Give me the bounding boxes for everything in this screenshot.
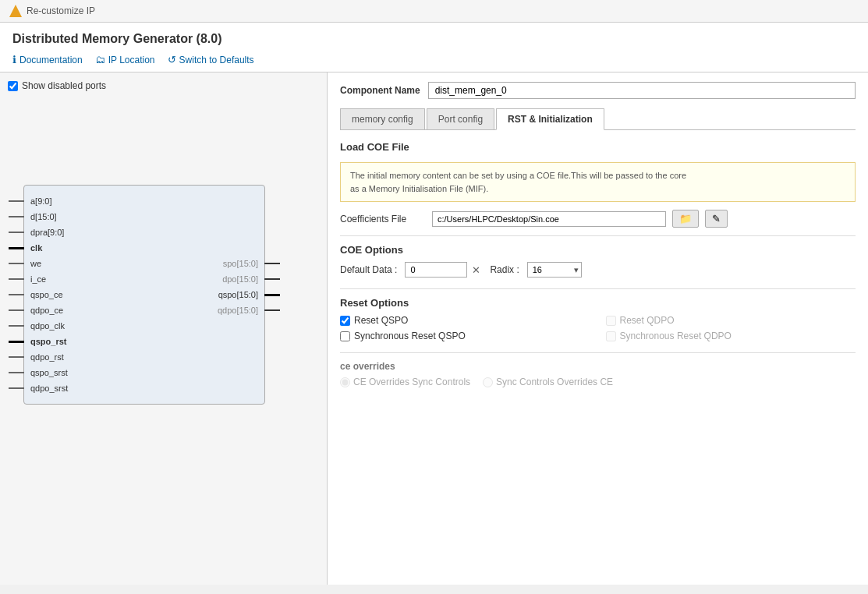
- port-left: i_ce: [24, 274, 144, 284]
- coe-options-title: COE Options: [340, 244, 856, 256]
- port-line: [9, 263, 24, 264]
- sync-reset-qdpo-label: Synchronous Reset QDPO: [620, 331, 732, 341]
- brand-icon: [9, 5, 22, 17]
- component-name-input[interactable]: [428, 82, 856, 99]
- page-title: Distributed Memory Generator (8.0): [12, 32, 856, 46]
- sync-reset-qdpo-row: Synchronous Reset QDPO: [606, 331, 856, 341]
- ip-location-label: IP Location: [108, 55, 155, 65]
- radix-label: Radix :: [490, 264, 519, 275]
- port-line: [9, 216, 24, 217]
- topbar-title: Re-customize IP: [27, 5, 95, 16]
- port-row: qdpo_srst: [24, 380, 264, 396]
- port-label: a[9:0]: [30, 196, 52, 206]
- port-line-right: [264, 263, 280, 264]
- port-right: qspo[15:0]: [144, 290, 264, 299]
- ce-overrides-sync-label: CE Overrides Sync Controls: [353, 377, 470, 387]
- show-disabled-row: Show disabled ports: [8, 80, 319, 91]
- port-row: qspo_rst: [24, 334, 264, 349]
- documentation-label: Documentation: [19, 55, 83, 65]
- tab-rst-init[interactable]: RST & Initialization: [496, 108, 604, 130]
- reset-qdpo-label: Reset QDPO: [620, 315, 675, 326]
- show-disabled-checkbox[interactable]: [8, 81, 18, 91]
- folder-icon: 🗂: [95, 54, 105, 65]
- port-row: qdpo_ce qdpo[15:0]: [24, 302, 264, 318]
- info-line2: as a Memory Initialisation File (MIF).: [350, 184, 488, 193]
- sync-overrides-ce-radio: [483, 377, 493, 387]
- sync-reset-qdpo-checkbox: [606, 331, 616, 341]
- tab-memory-config[interactable]: memory config: [340, 108, 425, 129]
- coeff-file-row: Coefficients File 📁 ✎: [340, 210, 856, 228]
- port-left: qspo_rst: [24, 337, 149, 346]
- port-left: clk: [24, 243, 149, 253]
- port-label: qdpo_ce: [30, 306, 63, 315]
- port-row: dpra[9:0]: [24, 225, 264, 240]
- port-left: d[15:0]: [24, 212, 149, 221]
- port-right: qdpo[15:0]: [144, 306, 264, 315]
- port-row: qspo_srst: [24, 365, 264, 380]
- documentation-link[interactable]: ℹ Documentation: [12, 54, 83, 65]
- port-row: we spo[15:0]: [24, 256, 264, 271]
- port-row: qdpo_clk: [24, 318, 264, 334]
- radix-select[interactable]: 2 10 16: [527, 262, 582, 278]
- port-line-right: [264, 294, 280, 296]
- port-line: [9, 341, 24, 343]
- port-label-right: spo[15:0]: [223, 259, 258, 268]
- coeff-file-input[interactable]: [432, 211, 666, 227]
- port-label: qspo_ce: [30, 290, 63, 299]
- sync-reset-qspo-checkbox[interactable]: [340, 331, 350, 341]
- port-left: qspo_ce: [24, 290, 144, 299]
- info-line1: The initial memory content can be set by…: [350, 171, 686, 180]
- port-line: [9, 387, 24, 389]
- header-links: ℹ Documentation 🗂 IP Location ↺ Switch t…: [12, 54, 856, 65]
- info-icon: ℹ: [12, 54, 16, 65]
- port-left: qdpo_ce: [24, 306, 144, 315]
- port-row: qspo_ce qspo[15:0]: [24, 287, 264, 302]
- component-name-label: Component Name: [340, 85, 420, 96]
- ce-overrides-section: ce overrides CE Overrides Sync Controls …: [340, 361, 856, 387]
- reset-qdpo-checkbox: [606, 316, 616, 326]
- radix-select-wrap: 2 10 16: [527, 262, 582, 278]
- port-label-right: qdpo[15:0]: [218, 306, 258, 315]
- tab-port-config[interactable]: Port config: [427, 108, 494, 129]
- ip-location-link[interactable]: 🗂 IP Location: [95, 54, 155, 65]
- port-label: i_ce: [30, 274, 46, 284]
- sync-overrides-ce-label: Sync Controls Overrides CE: [496, 377, 613, 387]
- default-data-input[interactable]: [405, 262, 467, 278]
- port-label: d[15:0]: [30, 212, 57, 221]
- reset-qspo-checkbox[interactable]: [340, 316, 350, 326]
- port-left: qspo_srst: [24, 368, 149, 377]
- divider2: [340, 288, 856, 289]
- port-row: a[9:0]: [24, 193, 264, 209]
- port-right: spo[15:0]: [144, 259, 264, 268]
- port-left: qdpo_rst: [24, 352, 149, 362]
- edit-file-button[interactable]: ✎: [705, 210, 728, 228]
- reset-checkboxes: Reset QSPO Reset QDPO Synchronous Reset …: [340, 315, 856, 341]
- port-left: qdpo_clk: [24, 321, 149, 331]
- port-row: clk: [24, 240, 264, 256]
- sync-reset-qspo-row: Synchronous Reset QSPO: [340, 331, 590, 341]
- switch-defaults-label: Switch to Defaults: [179, 55, 254, 65]
- component-diagram: a[9:0] d[15:0] dpra[9:0]: [23, 185, 265, 405]
- switch-defaults-link[interactable]: ↺ Switch to Defaults: [168, 54, 254, 65]
- port-left: a[9:0]: [24, 196, 149, 206]
- clear-default-data-button[interactable]: ✕: [470, 264, 482, 276]
- port-label-right: dpo[15:0]: [222, 274, 258, 284]
- coe-info-box: The initial memory content can be set by…: [340, 162, 856, 202]
- load-coe-title: Load COE File: [340, 141, 856, 156]
- browse-file-button[interactable]: 📁: [672, 210, 699, 228]
- port-line: [9, 278, 24, 280]
- tabs: memory config Port config RST & Initiali…: [340, 108, 856, 130]
- port-label: qdpo_rst: [30, 352, 64, 362]
- port-line-right: [264, 278, 280, 280]
- ce-overrides-sync-radio: [340, 377, 350, 387]
- coe-options-row: Default Data : ✕ Radix : 2 10 16: [340, 262, 856, 278]
- port-label: clk: [30, 243, 42, 253]
- default-data-wrap: ✕: [405, 262, 482, 278]
- port-row: d[15:0]: [24, 209, 264, 225]
- port-left: qdpo_srst: [24, 384, 149, 393]
- port-row: i_ce dpo[15:0]: [24, 271, 264, 287]
- reset-options-section: Reset Options Reset QSPO Reset QDPO Sync…: [340, 297, 856, 341]
- port-label: qspo_rst: [30, 337, 66, 346]
- ce-overrides-radio-row: CE Overrides Sync Controls Sync Controls…: [340, 377, 856, 387]
- main-content: Show disabled ports a[9:0] d[15:0]: [0, 72, 868, 585]
